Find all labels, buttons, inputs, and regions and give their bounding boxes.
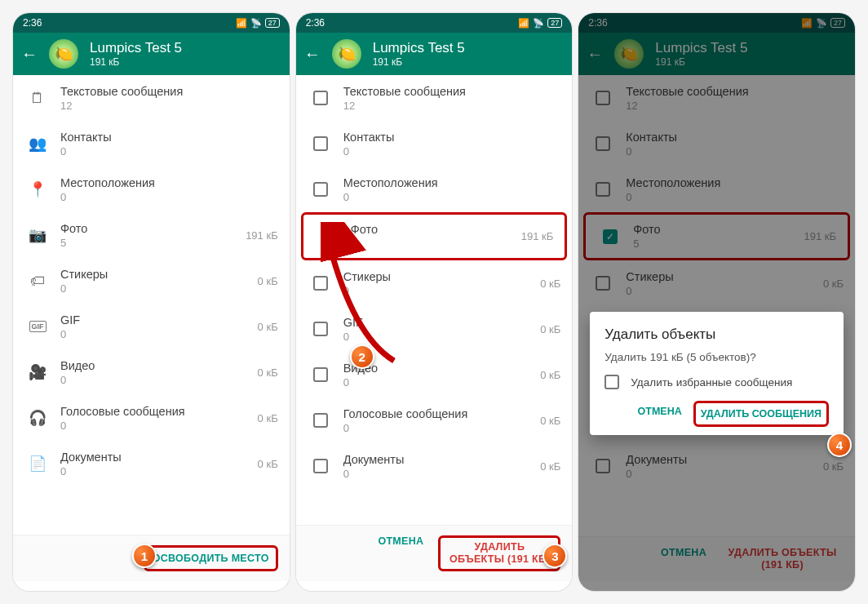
back-arrow-icon[interactable]: ← <box>21 45 38 64</box>
row-size: 0 кБ <box>540 278 560 290</box>
back-arrow-icon[interactable]: ← <box>304 45 321 64</box>
dialog-cancel-button[interactable]: ОТМЕНА <box>635 401 685 427</box>
category-row[interactable]: Текстовые сообщения12 <box>578 75 855 121</box>
status-time: 2:36 <box>588 17 607 29</box>
row-text: Стикеры0 <box>616 270 823 297</box>
back-arrow-icon[interactable]: ← <box>587 45 603 64</box>
category-row[interactable]: Местоположения0 <box>578 167 855 212</box>
row-checkbox[interactable]: ✓ <box>597 229 623 244</box>
row-text: Документы0 <box>51 451 258 477</box>
row-label: Фото <box>633 223 804 236</box>
dialog-option-row[interactable]: Удалить избранные сообщения <box>604 375 829 389</box>
category-row[interactable]: Документы00 кБ <box>296 443 573 489</box>
row-checkbox[interactable] <box>590 182 616 197</box>
audio-icon: 🎧 <box>24 409 51 427</box>
title-block[interactable]: Lumpics Test 5 191 кБ <box>655 40 747 68</box>
row-checkbox[interactable] <box>308 413 334 428</box>
row-size: 0 кБ <box>258 321 278 333</box>
row-count: 0 <box>626 468 823 480</box>
row-label: Документы <box>60 451 258 464</box>
step-badge-4: 4 <box>827 433 852 457</box>
row-checkbox[interactable] <box>308 136 334 151</box>
category-row[interactable]: GIFGIF00 кБ <box>13 304 290 349</box>
category-row[interactable]: Документы00 кБ <box>578 443 855 489</box>
category-row[interactable]: Стикеры00 кБ <box>578 260 855 306</box>
row-size: 0 кБ <box>540 415 560 427</box>
row-checkbox[interactable] <box>590 136 616 151</box>
category-row[interactable]: 🎧Голосовые сообщения00 кБ <box>13 395 290 441</box>
row-label: Местоположения <box>626 176 844 189</box>
chat-size: 191 кБ <box>373 56 465 68</box>
step-badge-1: 1 <box>132 544 157 568</box>
category-row[interactable]: Голосовые сообщения00 кБ <box>296 397 573 443</box>
row-text: Фото5 <box>623 223 804 250</box>
category-row[interactable]: Местоположения0 <box>296 167 573 212</box>
category-row[interactable]: 🗒Текстовые сообщения12 <box>13 75 290 121</box>
row-count: 12 <box>626 100 844 112</box>
status-bar: 2:36 27 <box>296 13 573 33</box>
row-text: Стикеры0 <box>51 268 258 295</box>
row-count: 5 <box>60 237 246 249</box>
delete-objects-button[interactable]: УДАЛИТЬ ОБЪЕКТЫ (191 КБ) <box>721 547 844 571</box>
row-count: 12 <box>60 100 278 112</box>
category-row[interactable]: Текстовые сообщения12 <box>296 75 573 121</box>
row-text: Документы0 <box>334 453 541 480</box>
row-label: Документы <box>626 453 823 466</box>
category-row[interactable]: Контакты0 <box>578 121 855 167</box>
row-size: 191 кБ <box>804 230 836 242</box>
row-count: 0 <box>60 420 258 432</box>
row-checkbox[interactable] <box>590 91 616 105</box>
free-space-button[interactable]: ОСВОБОДИТЬ МЕСТО <box>144 545 278 571</box>
row-text: Фото5 <box>51 222 246 249</box>
row-text: Голосовые сообщения0 <box>51 405 258 432</box>
row-text: Местоположения0 <box>334 176 561 203</box>
confirm-dialog: Удалить объекты Удалить 191 кБ (5 объект… <box>590 312 844 435</box>
dialog-confirm-button[interactable]: УДАЛИТЬ СООБЩЕНИЯ <box>693 401 829 427</box>
category-row[interactable]: 🎥Видео00 кБ <box>13 349 290 395</box>
chat-title: Lumpics Test 5 <box>373 40 465 56</box>
row-count: 12 <box>343 100 561 112</box>
row-checkbox[interactable] <box>590 459 616 473</box>
row-count: 0 <box>343 468 541 480</box>
footer-bar: ОТМЕНА УДАЛИТЬ ОБЪЕКТЫ (191 КБ) <box>296 525 573 581</box>
category-row[interactable]: Контакты0 <box>296 121 573 167</box>
title-block[interactable]: Lumpics Test 5 191 кБ <box>90 40 182 68</box>
row-size: 0 кБ <box>258 458 278 470</box>
category-row[interactable]: ✓Фото5191 кБ <box>583 212 850 260</box>
phone-screen-3: 2:36 27 ← 🍋 Lumpics Test 5 191 кБ Тексто… <box>578 13 855 591</box>
row-checkbox[interactable] <box>308 91 334 105</box>
status-right: 27 <box>518 17 562 29</box>
row-checkbox[interactable] <box>308 182 334 197</box>
dialog-buttons: ОТМЕНА УДАЛИТЬ СООБЩЕНИЯ <box>604 401 829 427</box>
cancel-button[interactable]: ОТМЕНА <box>378 535 423 571</box>
sticker-icon: 🏷 <box>24 273 51 290</box>
option-checkbox[interactable] <box>604 375 619 389</box>
row-text: Текстовые сообщения12 <box>51 85 278 112</box>
row-label: Местоположения <box>343 176 561 189</box>
row-text: Документы0 <box>616 453 823 480</box>
row-count: 5 <box>633 238 804 250</box>
row-count: 0 <box>343 376 541 389</box>
row-count: 0 <box>343 191 561 203</box>
status-time: 2:36 <box>306 17 325 29</box>
avatar[interactable]: 🍋 <box>614 39 644 69</box>
row-label: Текстовые сообщения <box>60 85 278 98</box>
category-row[interactable]: 📷Фото5191 кБ <box>13 212 290 258</box>
category-row[interactable]: 📍Местоположения0 <box>13 167 290 212</box>
category-row[interactable]: 📄Документы00 кБ <box>13 441 290 486</box>
row-size: 0 кБ <box>823 460 844 473</box>
cancel-button[interactable]: ОТМЕНА <box>661 547 706 571</box>
avatar[interactable]: 🍋 <box>49 39 78 69</box>
title-block[interactable]: Lumpics Test 5 191 кБ <box>373 40 465 68</box>
content-area: 🗒Текстовые сообщения12👥Контакты0📍Местопо… <box>13 75 290 581</box>
app-bar: ← 🍋 Lumpics Test 5 191 кБ <box>296 33 573 75</box>
avatar[interactable]: 🍋 <box>332 39 361 69</box>
category-row[interactable]: 👥Контакты0 <box>13 121 290 167</box>
row-label: GIF <box>60 313 258 326</box>
row-checkbox[interactable] <box>590 276 616 291</box>
row-text: Контакты0 <box>51 131 278 158</box>
row-label: Стикеры <box>626 270 823 283</box>
row-size: 0 кБ <box>540 369 560 381</box>
category-row[interactable]: 🏷Стикеры00 кБ <box>13 258 290 304</box>
row-checkbox[interactable] <box>308 459 334 473</box>
